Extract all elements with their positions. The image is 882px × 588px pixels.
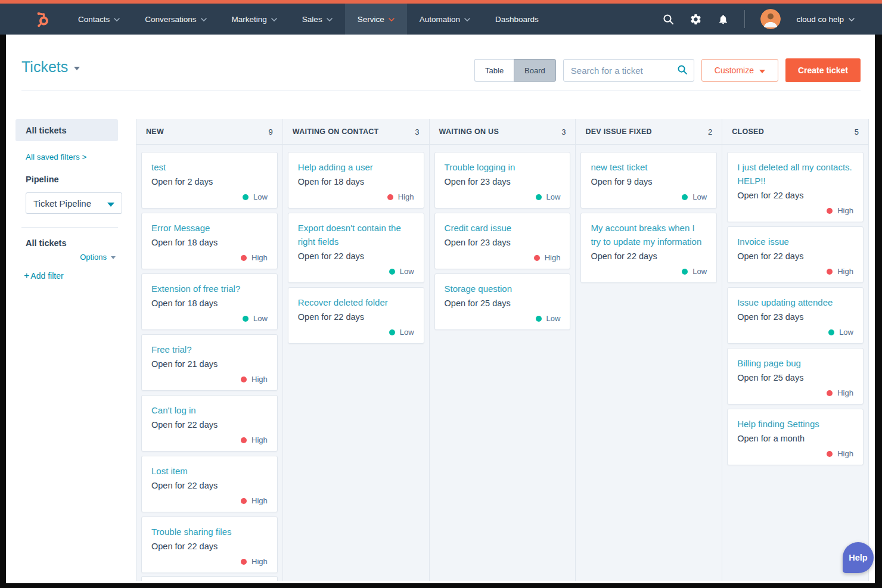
ticket-search-input[interactable] — [563, 59, 694, 82]
avatar[interactable] — [760, 9, 781, 29]
customize-button[interactable]: Customize — [701, 59, 778, 82]
ticket-title-link[interactable]: Free trial? — [151, 343, 268, 356]
ticket-title-link[interactable]: Help adding a user — [298, 160, 414, 174]
priority-dot — [534, 255, 540, 261]
ticket-title-link[interactable]: Billing page bug — [737, 356, 853, 370]
pipeline-select[interactable]: Ticket Pipeline — [26, 192, 122, 214]
ticket-card[interactable]: Can't log inOpen for 22 daysHigh — [141, 395, 278, 452]
ticket-card[interactable]: Lost itemOpen for 22 daysHigh — [141, 456, 278, 512]
column-count: 2 — [708, 127, 712, 136]
ticket-title-link[interactable]: Help finding Settings — [737, 417, 853, 431]
ticket-open-duration: Open for 22 days — [151, 420, 268, 430]
view-toggle-board[interactable]: Board — [514, 59, 556, 82]
ticket-title-link[interactable]: Invoice issue — [737, 235, 853, 248]
partial-ticket-card[interactable] — [141, 576, 278, 581]
chevron-down-icon — [201, 18, 207, 21]
ticket-open-duration: Open for 2 days — [151, 177, 268, 186]
sidebar-divider — [21, 227, 118, 228]
ticket-card[interactable]: new test ticketOpen for 9 daysLow — [580, 152, 717, 209]
ticket-card[interactable]: My account breaks when I try to update m… — [580, 213, 717, 283]
board-column: WAITING ON US3Trouble logging inOpen for… — [429, 119, 576, 581]
all-saved-filters-link[interactable]: All saved filters > — [26, 153, 118, 161]
add-filter-button[interactable]: + Add filter — [24, 271, 118, 281]
ticket-card[interactable]: Storage questionOpen for 25 daysLow — [434, 273, 571, 330]
ticket-open-duration: Open for 18 days — [298, 177, 414, 186]
ticket-card[interactable]: Trouble logging inOpen for 23 daysLow — [434, 152, 571, 209]
nav-item-contacts[interactable]: Contacts — [66, 4, 132, 35]
priority-dot — [827, 269, 833, 275]
ticket-open-duration: Open for 23 days — [445, 238, 561, 247]
ticket-card[interactable]: Help finding SettingsOpen for a monthHig… — [727, 409, 864, 465]
nav-item-automation[interactable]: Automation — [407, 4, 483, 35]
ticket-card[interactable]: Free trial?Open for 21 daysHigh — [141, 334, 278, 391]
ticket-title-link[interactable]: Trouble logging in — [445, 160, 561, 174]
view-toggle-table[interactable]: Table — [474, 59, 514, 82]
ticket-title-link[interactable]: My account breaks when I try to update m… — [591, 221, 707, 248]
priority-badge: Low — [298, 267, 414, 276]
chevron-down-icon — [114, 18, 120, 21]
ticket-card[interactable]: Recover deleted folderOpen for 22 daysLo… — [288, 287, 424, 344]
ticket-title-link[interactable]: Credit card issue — [445, 221, 561, 235]
top-navbar: ContactsConversationsMarketingSalesServi… — [0, 4, 882, 35]
create-ticket-button[interactable]: Create ticket — [785, 58, 861, 82]
priority-label: Low — [692, 267, 707, 276]
priority-badge: Low — [445, 314, 561, 323]
nav-item-service[interactable]: Service — [345, 4, 407, 35]
customize-label: Customize — [715, 66, 754, 75]
notifications-bell-icon[interactable] — [718, 14, 729, 25]
nav-item-marketing[interactable]: Marketing — [219, 4, 290, 35]
title-caret-icon — [74, 67, 80, 70]
ticket-card[interactable]: Export doesn't contain the right fieldsO… — [288, 213, 424, 283]
ticket-card[interactable]: Credit card issueOpen for 23 daysHigh — [434, 213, 571, 269]
ticket-title-link[interactable]: Trouble sharing files — [151, 525, 268, 539]
priority-label: High — [837, 449, 853, 458]
ticket-title-link[interactable]: I just deleted all my contacts. HELP!! — [737, 160, 853, 188]
nav-item-label: Service — [358, 15, 384, 24]
column-header: CLOSED5 — [722, 119, 868, 145]
search-icon[interactable] — [663, 14, 674, 25]
ticket-title-link[interactable]: test — [151, 160, 268, 174]
ticket-title-link[interactable]: Extension of free trial? — [151, 282, 268, 295]
priority-dot — [241, 498, 247, 504]
ticket-card[interactable]: Help adding a userOpen for 18 daysHigh — [288, 152, 424, 209]
view-toggle: Table Board — [474, 59, 556, 82]
ticket-title-link[interactable]: Error Message — [151, 221, 268, 235]
search-icon[interactable] — [677, 64, 688, 77]
priority-label: High — [251, 375, 268, 384]
ticket-card[interactable]: I just deleted all my contacts. HELP!!Op… — [727, 152, 864, 222]
column-title: DEV ISSUE FIXED — [585, 127, 651, 136]
ticket-open-duration: Open for 22 days — [737, 251, 853, 261]
ticket-card[interactable]: Billing page bugOpen for 25 daysHigh — [727, 348, 864, 405]
ticket-card[interactable]: Extension of free trial?Open for 18 days… — [141, 273, 278, 330]
nav-item-sales[interactable]: Sales — [290, 4, 345, 35]
ticket-title-link[interactable]: Export doesn't contain the right fields — [298, 221, 414, 248]
ticket-title-link[interactable]: Issue updating attendee — [737, 295, 853, 309]
options-button[interactable]: Options — [15, 253, 118, 262]
sidebar-item-all-tickets[interactable]: All tickets — [15, 119, 118, 141]
ticket-title-link[interactable]: Recover deleted folder — [298, 295, 414, 309]
ticket-open-duration: Open for 22 days — [737, 191, 853, 200]
ticket-title-link[interactable]: new test ticket — [591, 160, 707, 174]
settings-gear-icon[interactable] — [690, 13, 702, 26]
ticket-card[interactable]: testOpen for 2 daysLow — [141, 152, 278, 209]
ticket-card[interactable]: Trouble sharing filesOpen for 22 daysHig… — [141, 517, 278, 573]
priority-badge: Low — [445, 192, 561, 201]
ticket-title-link[interactable]: Can't log in — [151, 403, 268, 417]
page-title[interactable]: Tickets — [21, 58, 80, 76]
account-menu[interactable]: cloud co help — [796, 15, 855, 24]
ticket-open-duration: Open for 18 days — [151, 298, 268, 308]
ticket-title-link[interactable]: Lost item — [151, 464, 268, 478]
chevron-down-icon — [464, 18, 470, 21]
priority-dot — [241, 437, 247, 443]
ticket-card[interactable]: Error MessageOpen for 18 daysHigh — [141, 213, 278, 269]
priority-label: Low — [839, 328, 853, 337]
priority-dot — [682, 269, 688, 275]
hubspot-logo-icon[interactable] — [33, 4, 51, 35]
ticket-card[interactable]: Issue updating attendeeOpen for 23 daysL… — [727, 287, 864, 344]
screen: ContactsConversationsMarketingSalesServi… — [0, 0, 882, 588]
ticket-card[interactable]: Invoice issueOpen for 22 daysHigh — [727, 226, 864, 283]
nav-item-dashboards[interactable]: Dashboards — [483, 4, 551, 35]
help-button[interactable]: Help — [843, 542, 874, 573]
ticket-title-link[interactable]: Storage question — [445, 282, 561, 295]
nav-item-conversations[interactable]: Conversations — [132, 4, 219, 35]
